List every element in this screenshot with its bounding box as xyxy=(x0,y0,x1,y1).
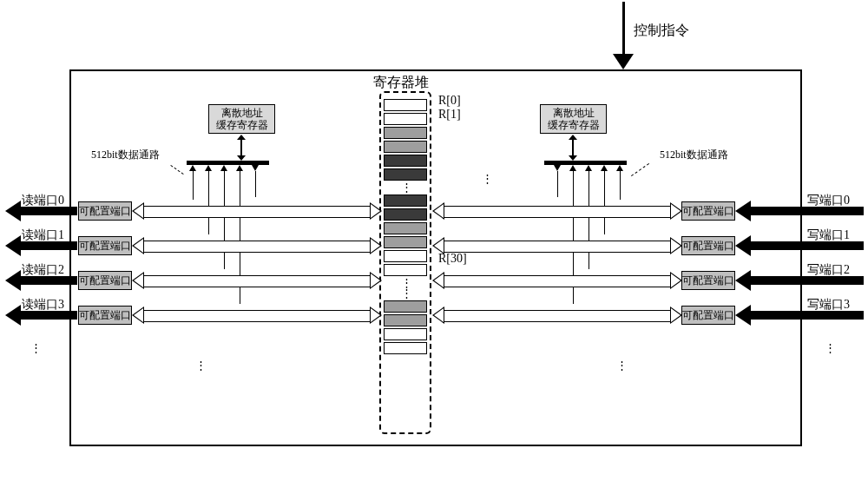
configurable-write-port-1: 可配置端口 xyxy=(681,236,735,255)
configurable-write-port-2: 可配置端口 xyxy=(681,271,735,290)
triangle-up-icon xyxy=(220,165,227,171)
configurable-read-port-2: 可配置端口 xyxy=(78,271,132,290)
register-cell xyxy=(384,264,427,276)
bidir-arrow-icon xyxy=(572,140,574,155)
register-cell xyxy=(384,236,427,248)
register-cell xyxy=(384,113,427,125)
triangle-up-icon xyxy=(205,165,212,171)
register-cell xyxy=(384,328,427,340)
register-cell xyxy=(384,127,427,139)
configurable-read-port-3: 可配置端口 xyxy=(78,306,132,325)
connector-line xyxy=(208,171,209,234)
main-container xyxy=(69,69,802,446)
register-stack: ⋮ ⋮ ⋮ xyxy=(379,91,431,434)
configurable-read-port-0: 可配置端口 xyxy=(78,201,132,221)
datapath-label-right: 512bit数据通路 xyxy=(660,148,728,162)
register-cell xyxy=(384,222,427,234)
ellipsis-icon: ⋮ xyxy=(482,174,491,184)
ellipsis-icon: ⋮ xyxy=(195,360,205,371)
triangle-up-icon xyxy=(601,165,608,171)
ellipsis-icon: ⋮ xyxy=(381,288,430,299)
control-label: 控制指令 xyxy=(634,22,689,40)
register-cell xyxy=(384,314,427,326)
connector-line xyxy=(557,171,558,197)
register-cell xyxy=(384,155,427,167)
register-stack-title: 寄存器堆 xyxy=(373,74,429,92)
triangle-up-icon xyxy=(616,165,623,171)
configurable-write-port-3: 可配置端口 xyxy=(681,306,735,325)
ellipsis-icon: ⋮ xyxy=(381,182,430,193)
register-cell xyxy=(384,300,427,313)
triangle-up-icon xyxy=(585,165,592,171)
triangle-up-icon xyxy=(189,165,196,171)
ellipsis-icon: ⋮ xyxy=(825,343,834,353)
ellipsis-icon: ⋮ xyxy=(616,360,626,371)
discrete-address-cache-left: 离散地址 缓存寄存器 xyxy=(208,104,275,134)
connector-line xyxy=(589,171,589,269)
connector-line xyxy=(604,171,605,234)
connector-line xyxy=(224,171,225,269)
register-cell xyxy=(384,141,427,153)
triangle-down-icon xyxy=(252,165,259,171)
bidir-arrow-icon xyxy=(240,140,242,155)
register-cell xyxy=(384,194,427,207)
triangle-up-icon xyxy=(236,165,243,171)
ellipsis-icon: ⋮ xyxy=(30,343,40,353)
register-cell xyxy=(384,208,427,221)
triangle-down-icon xyxy=(554,165,561,171)
register-cell xyxy=(384,250,427,262)
register-label-1: R[1] xyxy=(438,108,461,122)
connector-line xyxy=(255,171,256,197)
connector-line xyxy=(193,171,194,200)
register-cell xyxy=(384,342,427,354)
discrete-address-cache-right: 离散地址 缓存寄存器 xyxy=(540,104,607,134)
register-cell xyxy=(384,168,427,181)
register-cell xyxy=(384,99,427,111)
register-label-0: R[0] xyxy=(438,94,461,108)
configurable-write-port-0: 可配置端口 xyxy=(681,201,735,221)
configurable-read-port-1: 可配置端口 xyxy=(78,236,132,255)
datapath-label-left: 512bit数据通路 xyxy=(91,148,160,162)
triangle-up-icon xyxy=(569,165,576,171)
connector-line xyxy=(620,171,621,200)
